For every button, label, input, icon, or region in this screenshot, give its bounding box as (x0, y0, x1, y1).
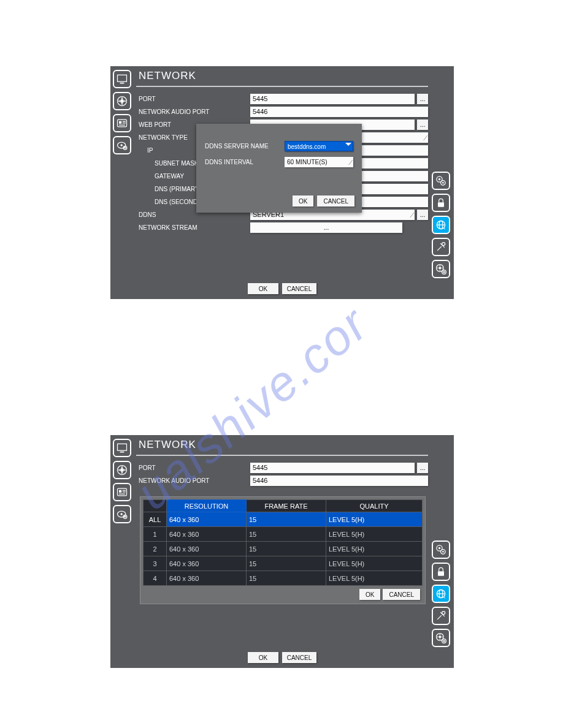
cell-resolution[interactable]: 640 x 360 (167, 512, 247, 527)
cell-quality[interactable]: LEVEL 5(H) (326, 571, 423, 586)
svg-point-32 (440, 270, 441, 271)
svg-point-6 (121, 97, 123, 99)
table-row[interactable]: 3640 x 36015LEVEL 5(H) (144, 556, 423, 571)
display-icon[interactable] (113, 439, 131, 457)
port-field[interactable]: 5445 (250, 94, 415, 104)
stream-dialog: RESOLUTION FRAME RATE QUALITY ALL640 x 3… (140, 496, 426, 604)
cell-framerate[interactable]: 15 (247, 527, 326, 542)
device-icon[interactable] (113, 114, 131, 132)
svg-rect-45 (119, 490, 121, 493)
svg-point-21 (442, 182, 444, 184)
record-icon[interactable] (113, 92, 131, 110)
svg-rect-12 (119, 125, 125, 126)
svg-point-62 (442, 612, 445, 615)
table-row[interactable]: 4640 x 36015LEVEL 5(H) (144, 571, 423, 586)
ddns-server-label: DDNS SERVER NAME (205, 143, 285, 150)
svg-point-39 (120, 468, 124, 472)
stream-table: RESOLUTION FRAME RATE QUALITY ALL640 x 3… (143, 499, 423, 586)
device-icon[interactable] (113, 483, 131, 501)
col-quality[interactable]: QUALITY (326, 500, 423, 512)
cancel-button[interactable]: CANCEL (282, 652, 316, 663)
security-icon[interactable] (432, 563, 450, 581)
divider (136, 86, 428, 87)
col-framerate[interactable]: FRAME RATE (247, 500, 326, 512)
system-icon[interactable] (432, 540, 450, 559)
svg-point-55 (439, 547, 440, 549)
port-label: PORT (136, 96, 250, 102)
display-icon[interactable] (113, 70, 131, 88)
svg-point-68 (440, 639, 441, 640)
cell-quality[interactable]: LEVEL 5(H) (326, 556, 423, 571)
svg-point-14 (121, 144, 123, 146)
stream-ok-button[interactable]: OK (359, 589, 380, 600)
cell-quality[interactable]: LEVEL 5(H) (326, 542, 423, 556)
network-icon[interactable] (432, 585, 450, 603)
stream-cancel-button[interactable]: CANCEL (383, 589, 420, 600)
cell-framerate[interactable]: 15 (247, 542, 326, 556)
network-icon[interactable] (432, 216, 450, 234)
cell-quality[interactable]: LEVEL 5(H) (326, 527, 423, 542)
svg-point-50 (121, 513, 123, 515)
left-nav (113, 439, 131, 523)
storage-icon[interactable] (113, 505, 131, 523)
svg-point-31 (440, 265, 441, 267)
port-field[interactable]: 5445 (250, 463, 415, 473)
cell-channel: ALL (144, 512, 167, 527)
tools-icon[interactable] (432, 238, 450, 256)
security-icon[interactable] (432, 194, 450, 212)
network-panel-ddns: NETWORK PORT 5445 ... NETWORK AUDIO PORT… (110, 66, 454, 299)
ddns-cancel-button[interactable]: CANCEL (317, 195, 354, 207)
svg-point-5 (124, 100, 126, 102)
cell-framerate[interactable]: 15 (247, 512, 326, 527)
stream-field[interactable]: ... (250, 222, 402, 233)
cell-resolution[interactable]: 640 x 360 (167, 527, 247, 542)
svg-rect-48 (119, 494, 125, 495)
svg-point-66 (442, 637, 443, 638)
table-row[interactable]: ALL640 x 36015LEVEL 5(H) (144, 512, 423, 527)
audio-port-field[interactable]: 5446 (250, 476, 428, 486)
ok-button[interactable]: OK (248, 283, 278, 294)
cell-resolution[interactable]: 640 x 360 (167, 556, 247, 571)
cell-quality[interactable]: LEVEL 5(H) (326, 512, 423, 527)
port-more-button[interactable]: ... (417, 463, 428, 473)
svg-rect-9 (119, 121, 121, 124)
svg-rect-37 (120, 452, 124, 453)
port-more-button[interactable]: ... (417, 94, 428, 104)
svg-point-57 (442, 551, 444, 553)
record-icon[interactable] (113, 461, 131, 479)
system-icon[interactable] (432, 172, 450, 190)
svg-rect-0 (118, 75, 127, 82)
svg-rect-46 (123, 490, 126, 491)
svg-point-67 (440, 634, 441, 635)
cell-framerate[interactable]: 15 (247, 556, 326, 571)
svg-point-40 (118, 469, 120, 471)
svg-rect-22 (438, 202, 444, 207)
ddns-server-select[interactable]: bestddns.com (285, 141, 353, 151)
col-resolution[interactable]: RESOLUTION (167, 500, 247, 512)
ddns-ok-button[interactable]: OK (293, 195, 313, 207)
storage-icon[interactable] (113, 136, 131, 154)
ddns-more-button[interactable]: ... (417, 210, 428, 220)
audio-port-label: NETWORK AUDIO PORT (136, 477, 250, 484)
svg-rect-11 (123, 123, 126, 123)
cell-resolution[interactable]: 640 x 360 (167, 542, 247, 556)
cell-channel: 3 (144, 556, 167, 571)
cell-framerate[interactable]: 15 (247, 571, 326, 586)
table-row[interactable]: 1640 x 36015LEVEL 5(H) (144, 527, 423, 542)
upgrade-icon[interactable] (432, 629, 450, 647)
table-row[interactable]: 2640 x 36015LEVEL 5(H) (144, 542, 423, 556)
ddns-interval-label: DDNS INTERVAL (205, 159, 285, 165)
ok-button[interactable]: OK (248, 652, 278, 663)
ddns-interval-select[interactable]: 60 MINUTE(S)⁄ (285, 157, 353, 167)
cell-channel: 1 (144, 527, 167, 542)
page-title: NETWORK (136, 436, 428, 455)
cell-resolution[interactable]: 640 x 360 (167, 571, 247, 586)
audio-port-field[interactable]: 5446 (250, 107, 428, 117)
upgrade-icon[interactable] (432, 260, 450, 278)
svg-point-64 (439, 635, 441, 638)
tools-icon[interactable] (432, 607, 450, 625)
web-port-more-button[interactable]: ... (417, 119, 428, 130)
svg-rect-58 (438, 571, 444, 576)
col-channel (144, 500, 167, 512)
cancel-button[interactable]: CANCEL (282, 283, 316, 294)
